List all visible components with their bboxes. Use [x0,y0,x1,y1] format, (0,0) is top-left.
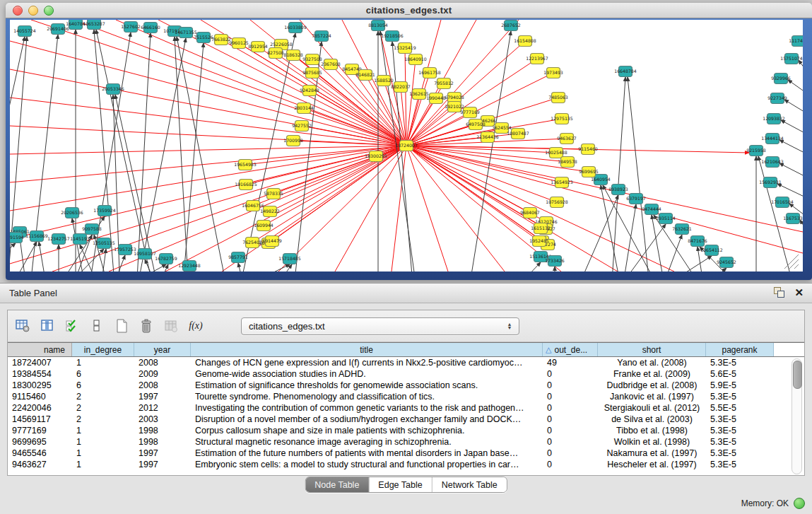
network-node[interactable]: 9242848 [300,86,319,96]
network-node[interactable]: 2367608 [321,59,341,70]
network-node[interactable]: 17359924 [93,206,116,216]
column-header-short[interactable]: short [598,343,706,356]
delete-table-icon[interactable] [137,317,155,335]
tab-edge-table[interactable]: Edge Table [369,477,432,492]
network-node[interactable]: 1527602 [121,22,141,33]
network-node[interactable]: 6379197 [626,194,646,204]
network-node[interactable]: 8822037 [391,82,411,93]
minimize-window-button[interactable] [28,6,38,16]
row-height-icon[interactable] [88,317,106,335]
table-scrollbar-thumb[interactable] [793,361,802,389]
network-node[interactable]: 1609944 [254,221,273,231]
table-selector-dropdown[interactable]: citations_edges.txt▲▼ [241,317,519,335]
function-builder-icon[interactable]: f(x) [187,317,205,335]
network-node[interactable]: 10653287 [83,20,105,30]
network-node[interactable]: 7955812 [434,78,454,89]
table-row[interactable]: 2242004622012Investigating the contribut… [8,402,804,414]
network-node[interactable]: 12342757 [47,234,70,245]
network-node[interactable]: 9427552 [292,121,312,132]
tab-node-table[interactable]: Node Table [305,477,369,492]
network-node[interactable]: 1973493 [543,68,563,78]
column-header-out_degree[interactable]: △out_de... [543,343,598,356]
network-node[interactable]: 9227349 [767,93,787,104]
network-node[interactable]: 9684067 [520,208,540,218]
table-row[interactable]: 969969511998Structural magnetic resonanc… [8,436,804,448]
table-scrollbar[interactable] [792,358,802,474]
column-header-title[interactable]: title [191,343,543,356]
network-node[interactable]: 8938923 [608,185,628,195]
network-node[interactable]: 12975135 [551,114,573,124]
network-node[interactable]: 9146821 [355,70,375,81]
network-node[interactable]: 2803144 [294,103,314,114]
network-node[interactable]: 18640910 [404,54,427,65]
network-node[interactable]: 8186328 [283,50,303,61]
network-node[interactable]: 9329966 [771,74,791,84]
table-row[interactable]: 977716911998Corpus callosum shape and si… [8,425,804,436]
network-node[interactable]: 9474444 [642,204,661,215]
network-node[interactable]: 9960125 [229,38,249,49]
network-node[interactable]: 9777169 [460,107,480,118]
network-node[interactable]: 9875685 [302,68,322,78]
table-row[interactable]: 946362711997Embryonic stem cells: a mode… [8,459,804,470]
network-node[interactable]: 6914479 [262,236,282,247]
network-node[interactable]: 13444134 [761,134,784,144]
network-node[interactable]: 5878335 [264,189,283,199]
network-node[interactable]: 10756928 [546,197,568,208]
network-node[interactable]: 1952485 [529,236,549,247]
network-node[interactable]: 9245652 [717,257,736,268]
network-node[interactable]: 1849578 [558,157,577,168]
network-canvas[interactable]: 1405572420691406164078410653287152760264… [10,20,803,271]
network-node[interactable]: 2935114 [656,214,676,224]
window-titlebar[interactable]: citations_edges.txt [6,3,812,18]
network-node[interactable]: 391594 [10,233,24,243]
network-node[interactable]: 16648784 [614,66,637,77]
network-node[interactable]: 1615132 [531,223,551,234]
network-node[interactable]: 6466160 [141,23,160,33]
column-header-pagerank[interactable]: pagerank [706,343,774,356]
table-row[interactable]: 1456911722003Disruption of a novel membe… [8,414,804,425]
network-node[interactable]: 17957253 [114,245,136,255]
network-node[interactable]: 12093832 [763,114,785,124]
network-node[interactable]: 8471676 [688,236,707,247]
column-header-in_degree[interactable]: in_degree [72,343,134,356]
network-node[interactable]: 1167533 [783,214,803,224]
column-header-year[interactable]: year [134,343,191,356]
network-node[interactable]: 12923448 [178,261,201,271]
table-row[interactable]: 1830029562008Estimation of significance … [8,380,804,391]
network-node[interactable]: 16961758 [418,68,441,78]
network-node[interactable]: 13654923 [551,177,573,188]
resize-grip[interactable] [794,264,799,269]
network-node[interactable]: 19166825 [235,180,257,190]
table-row[interactable]: 946554611997Estimation of the future num… [8,448,804,459]
network-node[interactable]: 9463627 [557,134,577,144]
import-table-icon[interactable] [162,317,180,335]
network-node[interactable]: 10958107 [134,249,156,259]
zoom-window-button[interactable] [44,6,54,16]
network-node[interactable]: 20206536 [61,208,83,218]
table-row[interactable]: 911546021997Tourette syndrome. Phenomeno… [8,391,804,402]
network-node[interactable]: 8813054 [368,21,388,31]
network-node[interactable]: 8215958 [746,146,766,156]
network-node[interactable]: 7515526 [194,33,213,43]
network-node[interactable]: 15751074 [780,54,803,64]
network-node[interactable]: 2687652 [501,21,521,31]
network-node[interactable]: 16782759 [155,254,177,264]
network-node[interactable]: 17016504 [771,197,794,208]
network-node[interactable]: 10654112 [700,245,723,256]
table-row[interactable]: 1938455462009Genome-wide association stu… [8,368,804,380]
column-header-name[interactable]: name [8,343,72,356]
network-node[interactable]: 7663822 [211,35,231,45]
close-panel-icon[interactable]: ✕ [794,287,804,298]
network-node[interactable]: 15692931 [759,177,782,188]
network-node[interactable]: 1145193 [70,234,90,245]
resize-grip[interactable] [789,259,799,269]
network-node[interactable]: 827508 [267,48,284,59]
network-node[interactable]: 9327508 [302,54,322,65]
close-window-button[interactable] [13,6,23,16]
network-node[interactable]: 19218506 [381,31,404,42]
network-node[interactable]: 7857224 [312,31,331,42]
network-node[interactable]: 14055724 [13,26,36,37]
network-node[interactable]: 1498222 [260,206,280,217]
select-column-icon[interactable] [38,317,57,335]
table-settings-icon[interactable] [13,317,32,335]
